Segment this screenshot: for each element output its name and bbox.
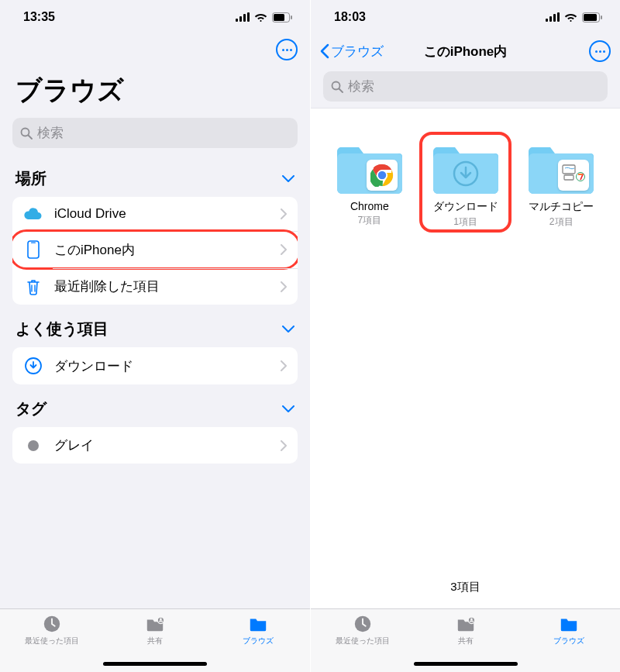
svg-rect-20 (553, 14, 556, 22)
tag-dot-icon (23, 439, 43, 452)
chevron-right-icon (281, 281, 287, 292)
chrome-icon (367, 160, 398, 191)
chevron-right-icon (281, 440, 287, 451)
folder-icon (247, 614, 269, 634)
chevron-right-icon (281, 244, 287, 255)
svg-rect-3 (247, 12, 250, 22)
clock-icon (41, 614, 63, 634)
iphone-icon (23, 240, 43, 259)
favorite-downloads[interactable]: ダウンロード (12, 347, 298, 384)
svg-rect-21 (557, 12, 560, 22)
svg-rect-23 (584, 14, 597, 21)
section-locations-header[interactable]: 場所 (0, 154, 310, 194)
cloud-icon (23, 207, 43, 221)
search-input[interactable]: 検索 (12, 118, 298, 148)
shared-folder-icon (455, 614, 477, 634)
download-icon (23, 357, 43, 375)
location-on-iphone[interactable]: このiPhone内 (12, 231, 298, 268)
status-indicators (236, 12, 293, 22)
tab-browse[interactable]: ブラウズ (530, 614, 608, 672)
chevron-down-icon (282, 405, 294, 413)
cellular-icon (546, 12, 560, 22)
status-time: 18:03 (334, 10, 366, 24)
svg-rect-6 (291, 16, 292, 19)
home-indicator[interactable] (103, 662, 207, 666)
battery-icon (582, 12, 603, 22)
tab-browse[interactable]: ブラウズ (219, 614, 297, 672)
svg-rect-2 (243, 14, 246, 22)
trash-icon (23, 278, 43, 295)
svg-line-8 (29, 135, 33, 139)
phone-left: 13:35 ブラウズ 検索 場所 iCloud Drive (0, 0, 310, 672)
chevron-left-icon (320, 43, 329, 59)
location-icloud-drive[interactable]: iCloud Drive (12, 197, 298, 231)
more-button[interactable] (276, 39, 298, 60)
svg-rect-5 (274, 14, 284, 21)
svg-rect-24 (601, 16, 602, 19)
chevron-down-icon (282, 326, 294, 333)
folder-multicopy[interactable]: マルチコピー 2項目 (521, 140, 601, 572)
tag-gray[interactable]: グレイ (12, 427, 298, 464)
tab-recents[interactable]: 最近使った項目 (324, 614, 401, 672)
seven-icon (558, 160, 589, 191)
status-time: 13:35 (23, 10, 55, 24)
more-button[interactable] (589, 40, 611, 62)
svg-rect-10 (31, 243, 36, 243)
back-button[interactable]: ブラウズ (320, 43, 384, 60)
section-favorites-header[interactable]: よく使う項目 (0, 305, 310, 344)
wifi-icon (254, 12, 267, 22)
phone-right: 18:03 ブラウズ このiPhone内 検索 (310, 0, 620, 672)
chevron-right-icon (281, 360, 287, 371)
page-title: ブラウズ (0, 60, 310, 115)
locations-list: iCloud Drive このiPhone内 最近削除した項目 (12, 197, 298, 305)
wifi-icon (564, 12, 577, 22)
svg-line-26 (339, 88, 343, 92)
nav-bar: ブラウズ このiPhone内 (311, 34, 620, 68)
status-bar: 13:35 (0, 0, 310, 34)
svg-point-14 (28, 440, 39, 451)
favorites-list: ダウンロード (12, 347, 298, 384)
shared-folder-icon (144, 614, 166, 634)
cellular-icon (236, 12, 250, 22)
status-indicators (546, 12, 603, 22)
battery-icon (272, 12, 293, 22)
home-indicator[interactable] (414, 662, 518, 666)
tab-recents[interactable]: 最近使った項目 (13, 614, 91, 672)
search-input[interactable]: 検索 (323, 71, 608, 102)
svg-rect-18 (546, 19, 548, 22)
svg-rect-0 (236, 19, 238, 22)
svg-rect-19 (549, 16, 552, 22)
section-tags-header[interactable]: タグ (0, 384, 310, 424)
svg-point-41 (470, 619, 473, 621)
svg-point-17 (160, 619, 162, 621)
clock-icon (352, 614, 374, 634)
svg-rect-1 (239, 16, 242, 22)
tags-list: グレイ (12, 427, 298, 464)
folder-icon (433, 143, 498, 194)
folder-grid: Chrome 7項目 ダウンロード 1項目 マルチコピー 2項目 (311, 108, 620, 572)
location-recently-deleted[interactable]: 最近削除した項目 (12, 268, 298, 305)
search-icon (331, 81, 343, 93)
svg-rect-9 (28, 241, 39, 258)
folder-chrome[interactable]: Chrome 7項目 (329, 140, 410, 572)
search-placeholder: 検索 (37, 124, 64, 142)
search-placeholder: 検索 (348, 78, 374, 95)
search-icon (20, 127, 33, 140)
folder-downloads[interactable]: ダウンロード 1項目 (425, 140, 506, 572)
chevron-down-icon (282, 175, 294, 183)
folder-icon (558, 614, 580, 634)
item-count-footer: 3項目 (311, 572, 620, 608)
status-bar: 18:03 (311, 0, 620, 34)
chevron-right-icon (281, 208, 287, 219)
